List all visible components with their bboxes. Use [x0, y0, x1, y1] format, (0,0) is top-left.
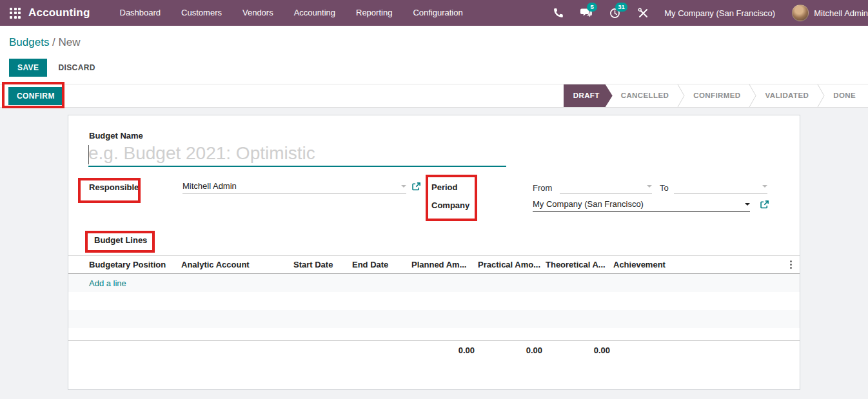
budget-lines-table: Budgetary Position Analytic Account Star… [68, 255, 800, 359]
to-label: To [660, 183, 669, 193]
company-external-link-icon[interactable] [760, 200, 770, 210]
company-value[interactable]: My Company (San Francisco) [533, 199, 742, 209]
table-row: Add a line [68, 274, 800, 292]
table-header-row: Budgetary Position Analytic Account Star… [68, 255, 800, 274]
table-row [68, 292, 800, 310]
breadcrumb-separator: / [49, 36, 58, 48]
breadcrumb-current: New [59, 36, 81, 48]
main-menu: Dashboard Customers Vendors Accounting R… [110, 0, 473, 26]
menu-accounting[interactable]: Accounting [284, 0, 346, 26]
chevron-down-icon[interactable] [762, 185, 767, 188]
period-label: Period [431, 182, 457, 192]
col-analytic-account[interactable]: Analytic Account [181, 260, 293, 269]
chevron-down-icon[interactable] [401, 185, 406, 188]
company-switcher[interactable]: My Company (San Francisco) [664, 8, 775, 18]
status-step-confirmed[interactable]: CONFIRMED [685, 84, 749, 107]
period-from-field[interactable] [560, 179, 652, 194]
col-achievement[interactable]: Achievement [613, 260, 782, 269]
col-theoretical-amount[interactable]: Theoretical A... [546, 260, 613, 269]
breadcrumb-budgets-link[interactable]: Budgets [9, 36, 49, 48]
responsible-external-link-icon[interactable] [411, 182, 422, 192]
status-bar: CONFIRM DRAFT CANCELLED CONFIRMED VALIDA… [0, 84, 868, 108]
period-to-field[interactable] [674, 179, 767, 194]
chevron-down-icon[interactable] [745, 203, 750, 206]
step-chevron-icon [677, 84, 685, 107]
top-navbar: Accounting Dashboard Customers Vendors A… [0, 0, 868, 26]
total-theoretical: 0.00 [546, 345, 613, 355]
statusbar-steps: DRAFT CANCELLED CONFIRMED VALIDATED DONE [564, 84, 864, 107]
app-title: Accounting [28, 6, 90, 19]
total-practical: 0.00 [478, 345, 546, 355]
budget-name-label: Budget Name [89, 131, 143, 141]
step-chevron-icon [817, 84, 825, 107]
phone-icon[interactable] [552, 7, 564, 19]
responsible-value[interactable]: Mitchell Admin [182, 181, 399, 191]
status-step-cancelled[interactable]: CANCELLED [613, 84, 678, 107]
text-cursor [88, 145, 89, 164]
table-row [68, 310, 800, 328]
col-practical-amount[interactable]: Practical Amo... [478, 260, 546, 269]
menu-customers[interactable]: Customers [171, 0, 232, 26]
breadcrumb: Budgets / New [9, 36, 81, 49]
tools-icon[interactable] [637, 7, 649, 19]
from-label: From [533, 183, 552, 193]
systray: 5 31 [552, 7, 649, 19]
status-step-done[interactable]: DONE [825, 84, 864, 107]
discard-button[interactable]: DISCARD [58, 63, 95, 72]
status-step-validated[interactable]: VALIDATED [756, 84, 817, 107]
step-chevron-icon [749, 84, 756, 107]
col-budgetary-position[interactable]: Budgetary Position [89, 260, 181, 269]
odoo-budget-form-page: Accounting Dashboard Customers Vendors A… [0, 0, 868, 399]
budget-name-input[interactable] [88, 141, 506, 167]
responsible-field[interactable]: Mitchell Admin [182, 179, 406, 194]
col-end-date[interactable]: End Date [352, 260, 411, 269]
col-start-date[interactable]: Start Date [293, 260, 352, 269]
save-button[interactable]: SAVE [9, 59, 47, 77]
company-label: Company [431, 200, 469, 210]
activities-badge: 31 [615, 3, 627, 12]
chevron-down-icon[interactable] [647, 185, 652, 188]
table-row [68, 328, 800, 340]
column-options-icon[interactable] [782, 260, 800, 269]
add-a-line-link[interactable]: Add a line [89, 278, 126, 288]
col-planned-amount[interactable]: Planned Am... [411, 260, 478, 269]
menu-dashboard[interactable]: Dashboard [110, 0, 172, 26]
company-field[interactable]: My Company (San Francisco) [533, 197, 750, 212]
menu-vendors[interactable]: Vendors [232, 0, 284, 26]
menu-reporting[interactable]: Reporting [346, 0, 402, 26]
budget-lines-section-label: Budget Lines [94, 235, 147, 245]
user-avatar[interactable] [792, 5, 809, 21]
activities-clock-icon[interactable]: 31 [609, 7, 620, 19]
messages-icon[interactable]: 5 [580, 7, 592, 19]
menu-configuration[interactable]: Configuration [402, 0, 473, 26]
confirm-button[interactable]: CONFIRM [8, 87, 63, 105]
apps-grid-icon[interactable] [10, 8, 21, 19]
total-planned: 0.00 [411, 345, 478, 355]
table-totals-row: 0.00 0.00 0.00 [68, 340, 800, 359]
user-name[interactable]: Mitchell Admin [814, 8, 868, 18]
responsible-label: Responsible [89, 182, 139, 192]
form-sheet: Budget Name Responsible Mitchell Admin P… [68, 115, 800, 390]
status-step-draft[interactable]: DRAFT [564, 84, 613, 107]
messages-badge: 5 [587, 3, 597, 12]
